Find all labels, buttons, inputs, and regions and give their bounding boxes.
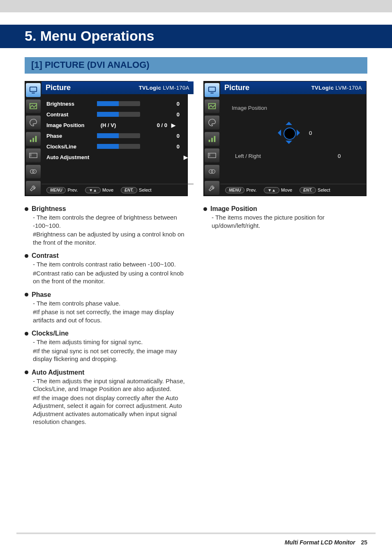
levels-icon[interactable] [26, 132, 41, 146]
osd-footer: MENUPrev. ▼▲Move ENT.Select [42, 184, 194, 196]
description-item: Clocks/Line- The item adjusts timing for… [25, 330, 187, 363]
osd-titlebar: Picture TVLogic LVM-170A [220, 81, 366, 94]
page-footer: Multi Format LCD Monitor 25 [285, 539, 367, 546]
dpad-icon[interactable] [274, 118, 303, 147]
osd-footer: MENUPrev. ▼▲Move ENT.Select [220, 184, 366, 196]
picture-icon[interactable] [205, 100, 219, 113]
description-line: - The item adjusts timing for signal syn… [33, 338, 187, 346]
video-icon[interactable] [205, 148, 219, 162]
svg-rect-15 [211, 138, 213, 142]
left-right-value: 0 [331, 153, 348, 159]
svg-rect-19 [209, 155, 210, 156]
two-column-layout: Picture TVLogic LVM-170A Brightness 0 Co [0, 81, 392, 432]
description-line: - The item controls the degree of bright… [33, 213, 187, 229]
document-page: 5. Menu Operations [1] PICTURE (DVI ANAL… [0, 0, 392, 558]
description-item: Phase- The item controls phase value.#If… [25, 291, 187, 324]
ent-pill: ENT. [300, 187, 316, 193]
svg-rect-18 [209, 154, 210, 155]
description-line: - The item controls contrast ratio betwe… [33, 260, 187, 269]
description-item: Brightness- The item controls the degree… [25, 205, 187, 246]
description-line: #If phase is not set correctly, the imag… [33, 308, 187, 324]
osd-row-contrast[interactable]: Contrast 0 [46, 109, 189, 120]
osd-title: Picture [224, 83, 249, 92]
bullet-icon [25, 254, 28, 258]
descriptions-left: Brightness- The item controls the degree… [25, 205, 187, 426]
ent-pill: ENT. [121, 187, 137, 193]
image-position-label: Image Position [232, 105, 360, 111]
slider-icon [97, 144, 140, 149]
svg-rect-8 [30, 155, 32, 156]
description-heading: Phase [25, 291, 187, 299]
right-column: Picture TVLogic LVM-170A Image Position [203, 81, 366, 432]
monitor-icon[interactable] [26, 83, 41, 97]
osd-row-auto-adjustment[interactable]: Auto Adjustment ▶ [46, 152, 189, 162]
description-title: Phase [32, 291, 51, 299]
osd-title: Picture [46, 83, 71, 92]
osd-row-phase[interactable]: Phase 0 [46, 130, 189, 141]
osd-body: Brightness 0 Contrast 0 [42, 94, 194, 184]
description-item: Image Position- The items moves the pict… [203, 205, 366, 229]
description-title: Auto Adjustment [32, 369, 84, 376]
osd-row-image-position[interactable]: Image Position (H / V) 0 / 0 ▶ [46, 120, 189, 130]
osd-brand: TVLogic LVM-170A [311, 85, 362, 91]
monitor-icon[interactable] [205, 83, 219, 97]
left-arrow-icon [274, 130, 281, 136]
bullet-icon [25, 207, 28, 211]
osd-row-clocks-line[interactable]: Clocks/Line 0 [46, 141, 189, 152]
arrows-pill: ▼▲ [85, 187, 101, 193]
chevron-right-icon: ▶ [183, 154, 189, 160]
description-heading: Clocks/Line [25, 330, 187, 337]
osd-body: Image Position 0 L [220, 94, 366, 184]
palette-icon[interactable] [26, 116, 41, 130]
chapter-title: 5. Menu Operations [0, 25, 392, 48]
description-title: Brightness [32, 205, 66, 213]
osd-sidebar [204, 81, 220, 196]
description-line: - The item adjusts the input signal auto… [33, 377, 187, 393]
osd-panel-image-position: Picture TVLogic LVM-170A Image Position [203, 81, 367, 196]
description-line: - The item controls phase value. [33, 299, 187, 308]
svg-rect-5 [35, 136, 37, 142]
menu-pill: MENU [225, 187, 244, 193]
description-item: Auto Adjustment- The item adjusts the in… [25, 369, 187, 426]
right-arrow-icon [297, 130, 303, 136]
description-heading: Contrast [25, 252, 187, 259]
slider-icon [97, 101, 140, 106]
page-number: 25 [361, 539, 367, 546]
slider-icon [97, 112, 140, 117]
osd-panel-picture: Picture TVLogic LVM-170A Brightness 0 Co [25, 81, 188, 196]
palette-icon[interactable] [205, 116, 219, 130]
description-line: #If the signal sync is not set correctly… [33, 347, 187, 363]
picture-icon[interactable] [26, 100, 41, 113]
left-right-label: Left / Right [235, 153, 284, 159]
description-item: Contrast- The item controls contrast rat… [25, 252, 187, 285]
osd-titlebar: Picture TVLogic LVM-170A [42, 81, 194, 94]
section-title: [1] PICTURE (DVI ANALOG) [25, 57, 367, 74]
hv-value: 0 [309, 130, 312, 136]
description-heading: Brightness [25, 205, 187, 213]
description-title: Clocks/Line [32, 330, 69, 337]
svg-point-10 [32, 170, 36, 174]
description-title: Image Position [210, 205, 257, 213]
bullet-icon [25, 293, 28, 296]
left-column: Picture TVLogic LVM-170A Brightness 0 Co [25, 81, 187, 432]
svg-rect-16 [214, 136, 216, 142]
svg-point-21 [211, 170, 215, 174]
footer-separator [16, 533, 376, 534]
levels-icon[interactable] [205, 132, 219, 146]
osd-row-brightness[interactable]: Brightness 0 [46, 98, 189, 109]
rings-icon[interactable] [26, 165, 41, 179]
up-arrow-icon [286, 118, 292, 125]
chevron-right-icon: ▶ [171, 122, 176, 128]
menu-pill: MENU [46, 187, 66, 193]
bullet-icon [25, 370, 28, 374]
wrench-icon[interactable] [26, 181, 41, 195]
wrench-icon[interactable] [205, 181, 219, 195]
center-circle-icon [284, 127, 296, 140]
video-icon[interactable] [26, 148, 41, 162]
bullet-icon [25, 332, 28, 336]
description-line: #Contrast ratio can be adjusted by using… [33, 269, 187, 285]
osd-brand: TVLogic LVM-170A [139, 85, 189, 91]
rings-icon[interactable] [205, 165, 219, 179]
arrows-pill: ▼▲ [264, 187, 279, 193]
slider-icon [97, 133, 140, 138]
